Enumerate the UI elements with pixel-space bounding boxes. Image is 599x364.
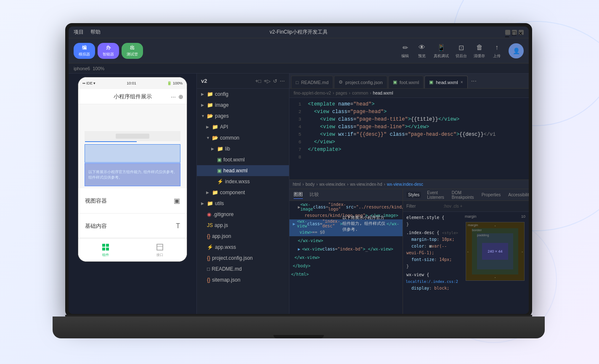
new-folder-icon[interactable]: +▷ [264,78,270,84]
styles-tab-accessibility[interactable]: Accessibility [506,192,529,198]
box-model-header: margin 10 [463,214,527,219]
box-model-border-text: border [472,228,482,232]
tree-folder-image[interactable]: ▶ 📁 image [197,100,289,111]
tree-file-foot-wxml[interactable]: ▶ ▣ foot.wxml [197,154,289,165]
styles-tab-event-listeners[interactable]: Event Listeners [425,190,446,200]
tree-folder-config[interactable]: ▶ 📁 config [197,89,289,100]
tree-file-readme[interactable]: ▶ □ README.md [197,264,289,274]
tree-folder-component[interactable]: ▶ 📁 component [197,187,289,198]
new-file-icon[interactable]: +□ [255,78,261,84]
device-debug-icon: 📱 [436,42,446,53]
action-device-debug[interactable]: 📱 真机调试 [434,42,449,59]
file-icon-project-config: {} [207,255,210,261]
close-btn[interactable]: × [519,30,524,35]
phone-content: wx-view.index-desc 240 × 44 以下将展示小程序官方组件… [78,104,187,237]
action-upload[interactable]: ↑ 上传 [492,42,502,59]
styles-content[interactable]: element.style { } .index-desc { <style> … [403,212,461,314]
menu-item-project[interactable]: 项目 [74,29,84,36]
bottom-tab-compare[interactable]: 比较 [310,191,319,198]
tree-label-app-js: app.js [215,222,228,228]
laptop-frame: 项目 帮助 v2-FinClip小程序开发工具 _ □ × 编 模拟器 [65,23,532,338]
highlighted-text-area: 以下将展示小程序官方组件能力, 组件样式仅供参考, 组件样式仅供参考。 [85,163,180,186]
style-file-link[interactable]: localfile:/.index.css:2 [406,278,458,285]
dom-tree-area[interactable]: ▶ <wx-image class="index-logo" src="../r… [289,201,403,314]
styles-tab-styles[interactable]: Styles [406,192,421,198]
tab-label-readme: README.md [301,80,329,85]
interface-icon [155,243,164,252]
arrow-common: ▼ [206,136,211,140]
list-label-1: 基础内容 [85,222,107,230]
dom-crumb-body[interactable]: body [305,182,315,187]
tree-folder-pages[interactable]: ▼ 📂 pages [197,111,289,121]
collapse-icon[interactable]: ⋯ [280,78,285,84]
tab-readme[interactable]: □ README.md [291,76,333,88]
tab-close-head-wxml[interactable]: × [461,80,463,84]
dom-crumb-index[interactable]: wx-view.index [319,182,345,187]
tree-file-head-wxml[interactable]: ▶ ▣ head.wxml [197,165,289,176]
styles-tab-dom-breakpoints[interactable]: DOM Breakpoints [450,190,476,200]
styles-tab-properties[interactable]: Properties [480,192,503,198]
btn-simulator[interactable]: 编 模拟器 [74,43,95,59]
action-preview[interactable]: 👁 预览 [417,42,427,59]
tree-file-app-wxss[interactable]: ▶ ⚡ app.wxss [197,242,289,253]
filter-hint: :hov .cls + [443,204,462,208]
breadcrumb: fino-applet-demo-v2 › pages › common › h… [289,89,529,98]
title-icon-close[interactable]: ⊕ [178,93,183,100]
code-content[interactable]: <template name="head"> <view class="page… [305,98,529,179]
btn-config-icon: 办 [106,45,111,51]
tab-foot-wxml[interactable]: ▣ foot.wxml [388,76,424,88]
tree-folder-lib[interactable]: ▶ 📁 lib [197,143,289,154]
refresh-icon[interactable]: ↺ [273,78,277,84]
display-val: block; [434,286,449,290]
line-numbers: 1 2 3 4 5 6 7 8 [289,98,305,179]
maximize-btn[interactable]: □ [512,30,517,35]
tree-folder-utils[interactable]: ▶ 📁 utils [197,198,289,209]
minimize-btn[interactable]: _ [505,30,510,35]
file-icon-head-wxml: ▣ [217,168,222,174]
tree-folder-common[interactable]: ▼ 📂 common [197,132,289,143]
folder-icon-image: 📁 [207,102,213,108]
phone-title-bar: 小程序组件展示 ··· ⊕ [78,89,187,104]
menu-item-help[interactable]: 帮助 [90,29,101,36]
action-edit[interactable]: ✏ 编辑 [400,42,410,59]
code-line-5: <view wx:if="{{desc}}" class="page-head-… [308,131,529,138]
svg-rect-1 [106,244,109,247]
tree-label-lib: lib [225,146,230,152]
bottom-pane: html › body › wx-view.index › wx-view.in… [289,179,529,314]
tree-file-sitemap[interactable]: ▶ {} sitemap.json [197,274,289,285]
bottom-tab-figure[interactable]: 图图 [294,191,303,199]
title-icon-dots[interactable]: ··· [171,93,176,100]
phone-nav-interface[interactable]: 接口 [133,238,187,261]
phone-nav-components[interactable]: 组件 [78,238,133,261]
tree-folder-api[interactable]: ▶ 📁 API [197,121,289,132]
btn-config[interactable]: 办 智能器 [98,43,119,59]
tab-head-wxml[interactable]: ▣ head.wxml × [424,76,467,88]
tree-file-index-wxss[interactable]: ▶ ⚡ index.wxss [197,176,289,187]
btn-test[interactable]: 出 测试管 [122,43,143,59]
action-clear-cache[interactable]: 🗑 清缓存 [474,42,485,59]
dom-crumb-html[interactable]: html [293,182,301,187]
list-item-0[interactable]: 视图容器 ▣ [78,188,187,214]
svg-rect-3 [106,248,109,251]
action-background[interactable]: ⊡ 切后台 [456,42,467,59]
tab-project-config[interactable]: ⚙ project.config.json [334,76,387,88]
dom-crumb-desc[interactable]: wx-view.index-desc [387,182,423,187]
tree-file-gitignore[interactable]: ▶ ◉ .gitignore [197,209,289,220]
user-avatar[interactable]: 👤 [509,43,524,58]
code-editor[interactable]: 1 2 3 4 5 6 7 8 <template name="head"> [289,98,529,179]
code-line-3: <view class="page-head-title">{{title}}<… [308,116,529,123]
btn-simulator-label: 模拟器 [79,52,90,57]
styles-panel: Styles Event Listeners DOM Breakpoints P… [403,189,529,314]
tree-label-head-wxml: head.wxml [223,168,247,174]
tree-file-app-js[interactable]: ▶ JS app.js [197,220,289,231]
styles-filter-input[interactable] [406,204,440,208]
list-item-1[interactable]: 基础内容 T [78,214,187,237]
dom-crumb-hd[interactable]: wx-view.index-hd [350,182,382,187]
tree-file-project-config[interactable]: ▶ {} project.config.json [197,253,289,264]
screen-bezel: 项目 帮助 v2-FinClip小程序开发工具 _ □ × 编 模拟器 [65,23,532,317]
box-content-area: 240 × 44 [482,243,508,260]
tab-more-btn[interactable]: ··· [469,77,479,85]
file-tree-icons: +□ +▷ ↺ ⋯ [255,78,285,84]
tree-file-app-json[interactable]: ▶ {} app.json [197,231,289,242]
styles-tabs: Styles Event Listeners DOM Breakpoints P… [403,189,529,201]
